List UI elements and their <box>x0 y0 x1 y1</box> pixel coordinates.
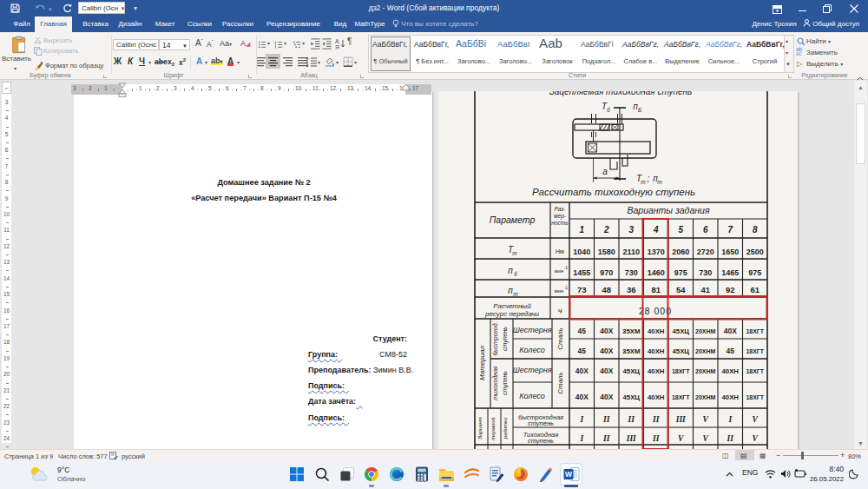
svg-text:2060: 2060 <box>672 248 689 256</box>
svg-text:Параметр: Параметр <box>490 215 536 225</box>
svg-text:Я: Я <box>335 44 339 50</box>
svg-text:1: 1 <box>579 225 584 235</box>
svg-text:4: 4 <box>653 225 659 235</box>
svg-text:Варианты задания: Варианты задания <box>627 205 709 215</box>
svg-text:a: a <box>602 167 608 176</box>
svg-text:40Х: 40Х <box>575 367 589 375</box>
svg-text:1650: 1650 <box>721 248 739 256</box>
svg-text:48: 48 <box>602 285 611 294</box>
svg-text:730: 730 <box>625 268 638 277</box>
svg-text:54: 54 <box>676 285 686 294</box>
svg-text:1460: 1460 <box>648 268 665 277</box>
svg-text:40Х: 40Х <box>600 367 613 375</box>
svg-text:45: 45 <box>578 347 587 355</box>
svg-text:73: 73 <box>577 285 587 294</box>
svg-text:970: 970 <box>600 268 613 277</box>
svg-text:т: т <box>512 250 517 256</box>
svg-text:61: 61 <box>750 285 760 294</box>
svg-text:45: 45 <box>727 347 735 355</box>
svg-text:40ХН: 40ХН <box>648 367 665 375</box>
svg-text:ступень: ступень <box>502 327 509 351</box>
svg-text:ч: ч <box>558 307 562 315</box>
svg-text:I: I <box>579 415 583 424</box>
svg-text:1370: 1370 <box>648 248 665 256</box>
svg-text:б: б <box>607 107 610 113</box>
svg-text:т: т <box>657 179 662 185</box>
svg-text:Колесо: Колесо <box>519 346 545 354</box>
svg-text:термооб.: термооб. <box>490 416 496 439</box>
svg-text:40ХН: 40ХН <box>648 347 665 355</box>
svg-text:II: II <box>602 434 610 443</box>
svg-text:40Х: 40Х <box>600 327 613 335</box>
svg-text:2110: 2110 <box>622 248 640 256</box>
svg-text:18ХГТ: 18ХГТ <box>746 394 764 400</box>
svg-text:А: А <box>335 38 339 44</box>
svg-text:20ХНМ: 20ХНМ <box>695 394 716 400</box>
svg-text:III: III <box>626 434 636 443</box>
svg-text:;: ; <box>648 174 650 183</box>
svg-text:20ХНМ: 20ХНМ <box>695 328 716 334</box>
svg-text:1465: 1465 <box>721 268 739 277</box>
svg-text:81: 81 <box>651 285 661 294</box>
svg-text:2: 2 <box>603 225 609 235</box>
svg-text:Материал: Материал <box>478 345 486 380</box>
svg-text:ступень: ступень <box>528 420 554 427</box>
svg-text:Шестерня: Шестерня <box>513 326 552 334</box>
svg-text:W: W <box>565 470 573 479</box>
svg-text:Б: Б <box>638 107 641 113</box>
svg-text:18ХГТ: 18ХГТ <box>746 328 764 334</box>
svg-text:V: V <box>753 415 759 424</box>
svg-text:Вариант: Вариант <box>477 417 483 439</box>
svg-text:III: III <box>675 415 686 424</box>
svg-text:ресурс передачи: ресурс передачи <box>484 310 540 318</box>
svg-text:т: т <box>513 291 518 297</box>
svg-text:20ХНМ: 20ХНМ <box>695 348 716 354</box>
svg-text:7: 7 <box>727 225 733 235</box>
svg-text:1455: 1455 <box>573 268 590 277</box>
svg-text:730: 730 <box>699 268 712 277</box>
svg-text:V: V <box>703 434 709 443</box>
svg-text:тихоходная: тихоходная <box>492 366 498 400</box>
svg-text:I: I <box>727 415 732 424</box>
svg-text:Сталь: Сталь <box>556 327 564 349</box>
svg-text:2500: 2500 <box>746 248 764 256</box>
svg-text:V: V <box>703 415 709 424</box>
svg-text:28 000: 28 000 <box>639 306 672 316</box>
svg-text:45ХЦ: 45ХЦ <box>622 367 640 375</box>
svg-text:3: 3 <box>628 225 634 235</box>
svg-text:II: II <box>727 434 734 443</box>
svg-text:т: т <box>641 179 646 185</box>
svg-text:1040: 1040 <box>573 248 590 256</box>
svg-text:быстроход.: быстроход. <box>492 321 499 355</box>
svg-text:Шестерня: Шестерня <box>513 366 552 374</box>
svg-text:36: 36 <box>627 285 636 294</box>
svg-text:20ХНМ: 20ХНМ <box>695 368 716 374</box>
svg-text:V: V <box>753 434 759 443</box>
svg-text:41: 41 <box>700 285 710 294</box>
svg-text:45ХЦ: 45ХЦ <box>672 327 689 335</box>
svg-text:-1: -1 <box>564 266 568 270</box>
svg-text:2720: 2720 <box>697 248 714 256</box>
svg-text:40ХН: 40ХН <box>721 367 739 375</box>
svg-text:II: II <box>628 415 635 424</box>
svg-text:ность: ность <box>551 220 569 226</box>
svg-text:18ХГТ: 18ХГТ <box>746 368 764 374</box>
svg-text:45ХЦ: 45ХЦ <box>622 393 640 401</box>
svg-text:мер-: мер- <box>554 213 567 220</box>
svg-text:I: I <box>579 434 583 443</box>
svg-text:Зацепляемая тихоходная ступе: Зацепляемая тихоходная ступень <box>549 91 693 96</box>
svg-text:1580: 1580 <box>598 248 615 256</box>
svg-text:п: п <box>508 266 513 275</box>
svg-text:б: б <box>514 271 517 277</box>
svg-text:Раз-: Раз- <box>555 206 567 212</box>
svg-text:40ХН: 40ХН <box>648 327 665 335</box>
svg-text:мин: мин <box>555 288 563 294</box>
svg-text:18ХГТ: 18ХГТ <box>672 394 690 400</box>
svg-text:35ХМ: 35ХМ <box>622 327 640 335</box>
svg-text:V: V <box>678 434 684 443</box>
svg-text:мин: мин <box>555 268 563 274</box>
svg-text:40Х: 40Х <box>600 393 613 401</box>
svg-text:работки: работки <box>503 417 508 439</box>
svg-text:18ХГТ: 18ХГТ <box>672 368 690 374</box>
svg-text:-1: -1 <box>564 286 568 290</box>
